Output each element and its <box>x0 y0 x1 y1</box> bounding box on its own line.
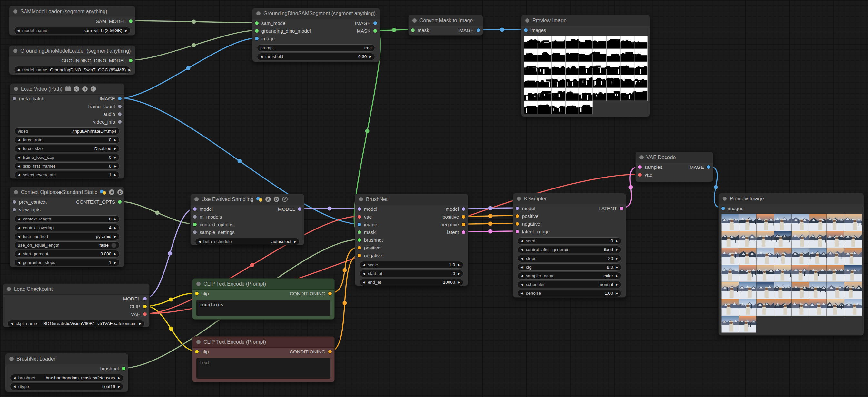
node-clip_neg[interactable]: CLIP Text Encode (Prompt)clipCONDITIONIN… <box>192 336 335 382</box>
widget-threshold[interactable]: ◀threshold0.30▶ <box>257 53 375 60</box>
widget-right-arrow[interactable]: ▶ <box>118 376 120 379</box>
port-dot[interactable] <box>118 200 122 204</box>
input-port-clip[interactable]: clip <box>195 289 209 297</box>
port-dot[interactable] <box>193 215 197 219</box>
input-port-sample_settings[interactable]: sample_settings <box>193 228 235 236</box>
collapse-dot[interactable] <box>13 9 18 13</box>
widget-seed[interactable]: ◀seed0▶ <box>518 237 621 245</box>
output-port-video_info[interactable]: video_info <box>93 118 122 125</box>
output-port-IMAGE[interactable]: IMAGE <box>458 26 480 34</box>
port-dot[interactable] <box>118 97 122 101</box>
port-dot[interactable] <box>122 367 125 370</box>
output-port-IMAGE[interactable]: IMAGE <box>355 19 377 27</box>
node-vae_decode[interactable]: VAE DecodesamplesvaeIMAGE <box>635 152 713 182</box>
widget-right-arrow[interactable]: ▶ <box>458 272 460 275</box>
port-dot[interactable] <box>118 105 122 108</box>
input-port-context_options[interactable]: context_options <box>193 221 234 228</box>
input-port-meta_batch[interactable]: meta_batch <box>12 94 44 102</box>
widget-left-arrow[interactable]: ◀ <box>18 252 20 256</box>
widget-left-arrow[interactable]: ◀ <box>18 235 20 238</box>
output-port-audio[interactable]: audio <box>103 110 122 118</box>
widget-use_on_equal_length[interactable]: use_on_equal_lengthfalse <box>14 242 120 249</box>
collapse-dot[interactable] <box>517 197 521 201</box>
widget-start_percent[interactable]: ◀start_percent0.000▶ <box>14 250 120 258</box>
port-dot[interactable] <box>12 97 16 101</box>
input-port-vae[interactable]: vae <box>358 213 372 221</box>
widget-right-arrow[interactable]: ▶ <box>616 292 618 295</box>
widget-left-arrow[interactable]: ◀ <box>363 263 365 266</box>
node-convert_mask[interactable]: Convert Mask to ImagemaskIMAGE <box>408 15 483 35</box>
input-port-view_opts[interactable]: view_opts <box>12 206 41 214</box>
widget-brushnet[interactable]: ◀brushnetbrushnet/random_mask.safetensor… <box>10 374 123 381</box>
port-dot[interactable] <box>129 19 132 23</box>
widget-frame_load_cap[interactable]: ◀frame_load_cap0▶ <box>14 153 120 161</box>
port-dot[interactable] <box>476 28 480 32</box>
widget-right-arrow[interactable]: ▶ <box>118 385 120 388</box>
port-dot[interactable] <box>118 112 122 116</box>
node-ksampler[interactable]: KSamplermodelpositivenegativelatent_imag… <box>513 193 626 297</box>
output-port-IMAGE[interactable]: IMAGE <box>688 163 710 171</box>
widget-denoise[interactable]: ◀denoise1.00▶ <box>518 289 621 297</box>
widget-left-arrow[interactable]: ◀ <box>13 376 16 379</box>
widget-prompt[interactable]: prompttree <box>257 44 375 52</box>
output-port-negative[interactable]: negative <box>440 221 465 228</box>
output-port-GROUNDING_DINO_MODEL[interactable]: GROUNDING_DINO_MODEL <box>61 56 132 64</box>
collapse-dot[interactable] <box>7 287 11 291</box>
node-graph-canvas[interactable]: SAMModelLoader (segment anything)SAM_MOD… <box>0 0 868 397</box>
widget-left-arrow[interactable]: ◀ <box>17 68 20 72</box>
port-dot[interactable] <box>193 207 197 211</box>
node-sam_loader[interactable]: SAMModelLoader (segment anything)SAM_MOD… <box>9 6 135 35</box>
port-dot[interactable] <box>462 230 465 234</box>
prompt-textarea[interactable]: mountains <box>196 300 331 316</box>
port-dot[interactable] <box>255 29 258 33</box>
widget-left-arrow[interactable]: ◀ <box>198 240 201 244</box>
node-brushnet_loader[interactable]: BrushNet Loaderbrushnet◀brushnetbrushnet… <box>5 353 128 392</box>
port-dot[interactable] <box>193 223 197 226</box>
port-dot[interactable] <box>524 28 528 32</box>
collapse-dot[interactable] <box>14 87 18 91</box>
port-dot[interactable] <box>707 165 710 169</box>
output-port-CONDITIONING[interactable]: CONDITIONING <box>289 289 332 297</box>
widget-left-arrow[interactable]: ◀ <box>363 272 365 275</box>
collapse-dot[interactable] <box>194 197 198 201</box>
widget-left-arrow[interactable]: ◀ <box>521 283 523 286</box>
node-preview_bottom[interactable]: Preview Imageimages <box>718 193 864 336</box>
input-port-vae[interactable]: vae <box>638 171 652 178</box>
port-dot[interactable] <box>358 238 361 242</box>
widget-control_after_generate[interactable]: ◀control_after_generatefixed▶ <box>518 246 621 253</box>
widget-left-arrow[interactable]: ◀ <box>11 322 13 325</box>
output-port-SAM_MODEL[interactable]: SAM_MODEL <box>96 17 132 25</box>
port-dot[interactable] <box>143 305 147 308</box>
collapse-dot[interactable] <box>9 357 13 361</box>
widget-left-arrow[interactable]: ◀ <box>18 173 20 176</box>
widget-left-arrow[interactable]: ◀ <box>18 261 20 264</box>
widget-right-arrow[interactable]: ▶ <box>114 261 116 264</box>
widget-start_at[interactable]: ◀start_at0▶ <box>360 270 463 277</box>
output-port-latent[interactable]: latent <box>447 228 465 236</box>
widget-guarantee_steps[interactable]: ◀guarantee_steps1▶ <box>14 259 120 266</box>
widget-right-arrow[interactable]: ▶ <box>128 68 131 72</box>
widget-right-arrow[interactable]: ▶ <box>616 257 618 260</box>
node-context_opts[interactable]: Context Options◆Standard StaticADprev_co… <box>10 187 124 267</box>
output-port-positive[interactable]: positive <box>442 213 465 221</box>
widget-left-arrow[interactable]: ◀ <box>18 165 20 168</box>
port-dot[interactable] <box>620 206 623 210</box>
input-port-image[interactable]: image <box>358 221 377 228</box>
widget-right-arrow[interactable]: ▶ <box>616 239 618 243</box>
widget-left-arrow[interactable]: ◀ <box>521 266 523 269</box>
port-dot[interactable] <box>358 215 361 219</box>
widget-left-arrow[interactable]: ◀ <box>260 55 263 58</box>
widget-left-arrow[interactable]: ◀ <box>521 274 523 278</box>
collapse-dot[interactable] <box>196 282 200 286</box>
node-load_video[interactable]: Load Video (Path)VHSmeta_batchIMAGEframe… <box>10 83 124 179</box>
port-dot[interactable] <box>328 350 332 353</box>
widget-skip_first_frames[interactable]: ◀skip_first_frames0▶ <box>14 162 120 170</box>
port-dot[interactable] <box>516 206 519 210</box>
widget-scheduler[interactable]: ◀schedulernormal▶ <box>518 281 621 288</box>
widget-right-arrow[interactable]: ▶ <box>369 55 372 58</box>
widget-steps[interactable]: ◀steps20▶ <box>518 255 621 262</box>
input-port-model[interactable]: model <box>358 205 377 213</box>
node-dino_loader[interactable]: GroundingDinoModelLoader (segment anythi… <box>9 45 135 75</box>
node-dino_sam[interactable]: GroundingDinoSAMSegment (segment anythin… <box>252 8 380 62</box>
widget-dtype[interactable]: ◀dtypefloat16▶ <box>10 383 123 390</box>
